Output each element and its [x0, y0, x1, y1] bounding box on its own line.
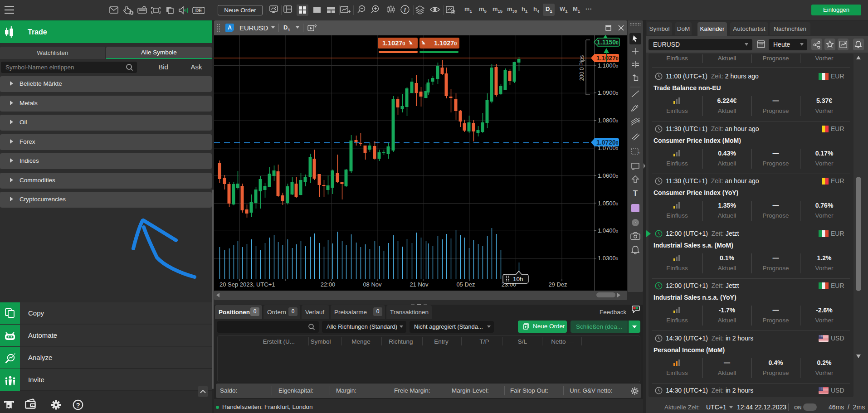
svg-text:20 Sep 2023, UTC+1: 20 Sep 2023, UTC+1	[219, 281, 275, 288]
svg-text:08 Nov: 08 Nov	[363, 281, 382, 288]
svg-text:1.04000: 1.04000	[598, 227, 618, 234]
svg-text:1.08000: 1.08000	[598, 117, 618, 124]
svg-text:05 Dez: 05 Dez	[456, 281, 475, 288]
svg-text:10h: 10h	[513, 276, 523, 282]
svg-text:1.11500: 1.11500	[597, 39, 619, 46]
svg-text:1.10270: 1.10270	[382, 39, 405, 47]
svg-text:T: T	[633, 189, 638, 198]
svg-text:29 Dez: 29 Dez	[548, 281, 567, 288]
svg-text:1.03000: 1.03000	[598, 255, 618, 262]
svg-text:F: F	[639, 151, 640, 155]
svg-text:200.0 Pips: 200.0 Pips	[579, 55, 585, 81]
svg-text:1.06000: 1.06000	[598, 172, 618, 179]
svg-text:E: E	[638, 120, 640, 123]
svg-text:1.10000: 1.10000	[598, 62, 618, 69]
svg-text:f: f	[404, 6, 407, 13]
svg-text:1.09000: 1.09000	[598, 89, 618, 96]
svg-text:1.07200: 1.07200	[596, 139, 619, 146]
svg-text:DE: DE	[195, 8, 202, 13]
svg-text:1.10270: 1.10270	[596, 54, 619, 62]
svg-text:1.05000: 1.05000	[598, 200, 618, 207]
svg-text:?: ?	[76, 401, 80, 409]
svg-text:1.10270: 1.10270	[434, 39, 457, 47]
svg-text:21 Nov: 21 Nov	[410, 281, 429, 288]
svg-text:22:00: 22:00	[321, 281, 336, 288]
